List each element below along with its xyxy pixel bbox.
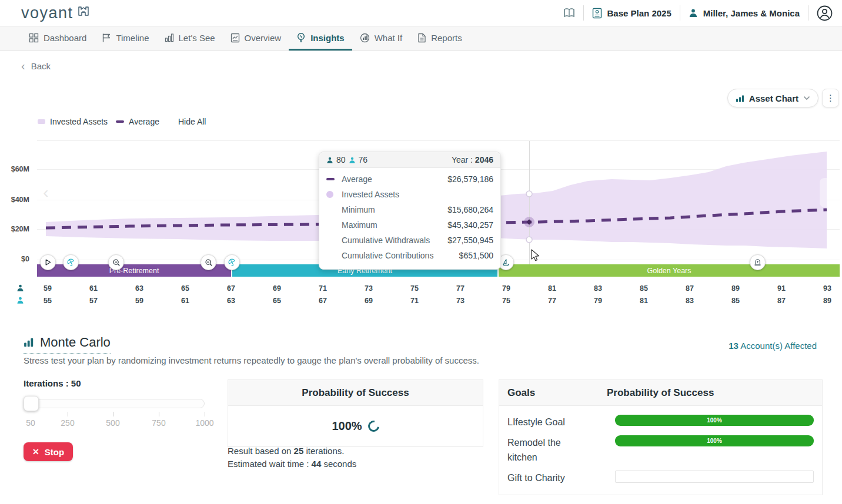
monte-carlo-description: Stress test your plan by randomizing inv… — [24, 355, 479, 365]
back-chevron-icon: ‹ — [21, 60, 25, 72]
goal-probability-bar-empty — [615, 471, 814, 483]
slider-tick-label: 1000 — [195, 418, 213, 428]
tab-label: Reports — [431, 33, 462, 43]
chart-scroll-left-button[interactable]: ‹ — [39, 182, 53, 203]
tab-overview[interactable]: Overview — [223, 26, 289, 51]
age-value: 93 — [804, 284, 842, 293]
plan-selector[interactable]: Base Plan 2025 — [592, 8, 671, 19]
tab-reports[interactable]: Reports — [410, 26, 470, 51]
age-value: 71 — [300, 284, 346, 293]
person-primary-icon — [16, 284, 24, 294]
play-simulation-button[interactable] — [40, 254, 56, 270]
tab-dashboard[interactable]: Dashboard — [21, 26, 94, 51]
age-value: 89 — [713, 284, 759, 293]
person-primary-icon — [326, 156, 333, 164]
chevron-right-icon: › — [827, 184, 833, 202]
client-selector[interactable]: Miller, James & Monica — [689, 8, 800, 18]
slider-tick-label: 250 — [61, 418, 74, 428]
age-value: 73 — [346, 284, 392, 293]
legend-label: Invested Assets — [50, 117, 108, 126]
back-button[interactable]: ‹ Back — [21, 60, 51, 72]
plan-name: Base Plan 2025 — [607, 8, 671, 18]
probability-value: 100% — [332, 419, 362, 433]
chart-type-selector[interactable]: Asset Chart — [727, 89, 818, 107]
age-row-primary: 596163656769717375777981838587899193 — [25, 284, 842, 293]
hide-all-button[interactable]: Hide All — [178, 117, 206, 126]
retirement-umbrella-marker[interactable] — [224, 254, 240, 270]
goals-panel-body: LIfestyle Goal 100% Remodel the kitchen … — [499, 406, 822, 495]
chart-legend: Invested Assets Average Hide All — [38, 117, 206, 126]
chart-type-label: Asset Chart — [749, 93, 798, 103]
mortality-marker[interactable] — [750, 254, 766, 270]
age-value: 69 — [254, 284, 300, 293]
accounts-affected-label: Account(s) Affected — [739, 341, 817, 351]
retirement-umbrella-marker[interactable] — [63, 254, 79, 270]
stop-label: Stop — [45, 447, 64, 457]
tab-what-if[interactable]: What If — [352, 26, 410, 51]
profile-icon[interactable] — [817, 5, 833, 21]
close-icon: ✕ — [32, 447, 39, 456]
goals-panel: Goals Probability of Success LIfestyle G… — [499, 379, 823, 495]
y-axis-tick: $60M — [0, 165, 29, 173]
goal-name: Gift to Charity — [507, 471, 615, 486]
tooltip-row-minimum: Minimum $15,680,264 — [326, 202, 493, 217]
age-value: 87 — [759, 297, 804, 305]
age-value: 85 — [713, 297, 759, 305]
goal-row: Remodel the kitchen 100% — [507, 435, 814, 465]
accounts-affected-link[interactable]: 13 Account(s) Affected — [729, 341, 817, 351]
chart-more-options-button[interactable]: ⋮ — [822, 89, 839, 107]
age-value: 77 — [529, 297, 575, 305]
age-value: 77 — [437, 284, 483, 293]
age-value: 61 — [71, 284, 116, 293]
age-row-secondary: 555759616365676971737577798183858789 — [25, 297, 842, 305]
invested-assets-swatch — [38, 119, 45, 124]
y-axis-tick: $40M — [0, 196, 29, 204]
client-name: Miller, James & Monica — [703, 8, 800, 18]
stop-button[interactable]: ✕ Stop — [24, 442, 73, 461]
tooltip-year-label: Year : — [452, 155, 473, 164]
plan-document-icon — [592, 8, 602, 19]
legend-invested-assets[interactable]: Invested Assets — [38, 117, 108, 126]
what-if-icon — [360, 33, 370, 43]
zoom-out-marker[interactable] — [201, 254, 216, 270]
chevron-left-icon: ‹ — [43, 183, 48, 202]
age-value: 89 — [804, 297, 842, 305]
age-value: 69 — [346, 297, 392, 305]
tab-label: Let's See — [179, 33, 215, 43]
mouse-cursor — [531, 249, 540, 264]
goals-probability-column-header: Probability of Success — [607, 387, 714, 399]
voyant-insights-page: voyant Base Plan 2025 Miller, James & Mo… — [0, 0, 842, 504]
tooltip-age-primary: 80 — [336, 155, 346, 164]
age-value: 63 — [208, 297, 254, 305]
age-value: 57 — [71, 297, 116, 305]
legend-average[interactable]: Average — [116, 117, 159, 126]
age-value: 91 — [759, 284, 804, 293]
zoom-out-marker[interactable] — [108, 254, 124, 270]
age-value: 55 — [25, 297, 71, 305]
tab-label: What If — [375, 33, 403, 43]
age-value: 79 — [575, 297, 621, 305]
iterations-slider-track[interactable] — [24, 399, 205, 408]
person-icon — [689, 8, 698, 18]
iterations-slider-thumb[interactable] — [24, 396, 39, 411]
age-value: 71 — [392, 297, 437, 305]
tab-lets-see[interactable]: Let's See — [157, 26, 223, 51]
goals-panel-header: Goals Probability of Success — [499, 380, 822, 406]
slider-tick-label: 500 — [106, 418, 119, 428]
age-value: 63 — [116, 284, 162, 293]
chart-scroll-right-button[interactable]: › — [820, 178, 840, 207]
ledger-book-icon[interactable] — [563, 8, 575, 18]
voyant-logo[interactable]: voyant — [21, 4, 91, 22]
tooltip-row-average: Average $26,579,186 — [326, 172, 493, 187]
chart-hover-tooltip: 80 76 Year : 2046 Average $26,579,186 In… — [319, 152, 501, 270]
age-value: 61 — [162, 297, 208, 305]
legend-label: Average — [129, 117, 159, 126]
bar-chart-icon — [165, 33, 174, 42]
header-separator — [808, 5, 808, 21]
age-value: 59 — [25, 284, 71, 293]
tab-timeline[interactable]: Timeline — [94, 26, 156, 51]
bar-chart-icon — [736, 94, 744, 103]
tab-insights[interactable]: Insights — [289, 26, 352, 51]
tooltip-row-maximum: Maximum $45,340,257 — [326, 217, 493, 233]
age-value: 81 — [529, 284, 575, 293]
